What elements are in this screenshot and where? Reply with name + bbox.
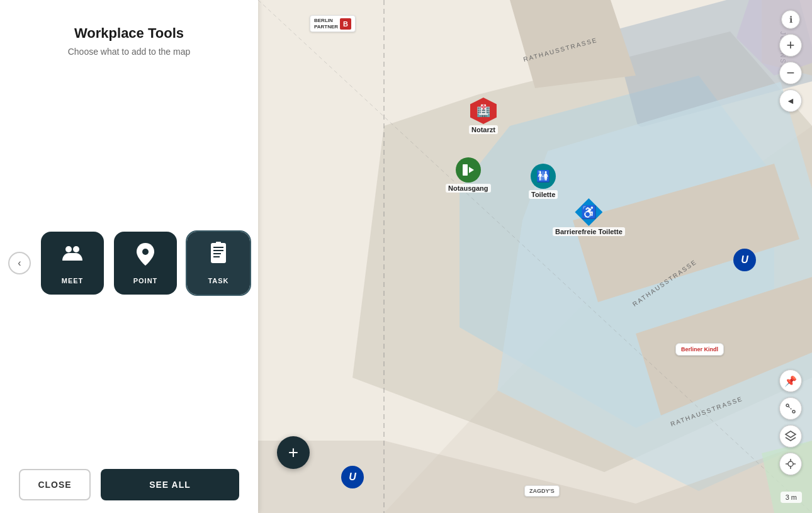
svg-point-29 (786, 404, 789, 407)
svg-rect-8 (216, 242, 221, 245)
svg-point-30 (792, 410, 795, 413)
svg-rect-7 (213, 256, 220, 257)
add-button[interactable]: + (277, 436, 310, 469)
notausgang-label: Notausgang (446, 184, 491, 193)
notarzt-icon: 🏥 (470, 98, 497, 124)
info-button[interactable]: ℹ (781, 10, 800, 29)
notausgang-icon (456, 157, 481, 183)
locate-button[interactable] (779, 453, 802, 475)
tool-meet[interactable]: MEET (41, 232, 104, 295)
panel-header: Workplace Tools Choose what to add to th… (13, 25, 245, 57)
svg-point-33 (788, 461, 793, 466)
berlin-partner-badge: BERLINPARTNER B (310, 15, 356, 32)
toilette-icon: 🚻 (531, 164, 556, 189)
point-icon (134, 242, 157, 272)
svg-rect-4 (213, 247, 223, 248)
marker-notarzt[interactable]: 🏥 Notarzt (469, 98, 498, 134)
close-button[interactable]: CLOSE (19, 469, 91, 500)
svg-point-2 (142, 249, 149, 255)
point-label: POINT (133, 277, 158, 285)
zaggys-badge: ZAGDY'S (524, 485, 560, 497)
ubahn-sign-bottom: U (341, 466, 364, 488)
tool-task[interactable]: TASK (187, 232, 250, 295)
berliner-kindl-text: Berliner Kindl (681, 346, 718, 352)
berlin-b-logo: B (340, 18, 351, 30)
svg-rect-28 (463, 164, 468, 176)
compass-button[interactable]: ◄ (779, 89, 802, 112)
notarzt-label: Notarzt (469, 125, 498, 134)
measure-button[interactable] (779, 397, 802, 420)
svg-point-1 (73, 246, 79, 252)
map-controls-bottom-right: 📌 (779, 369, 802, 475)
ubahn-sign-top: U (733, 249, 756, 271)
panel-title: Workplace Tools (13, 25, 245, 42)
nav-arrow-left[interactable]: ‹ (8, 252, 31, 274)
map-controls-top-right: ℹ + − ◄ (779, 10, 802, 112)
berlin-partner-text: BERLINPARTNER (314, 18, 338, 30)
bottom-buttons: CLOSE SEE ALL (13, 469, 245, 500)
marker-barrierefreie[interactable]: ♿ Barrierefreie Toilette (553, 198, 625, 236)
layers-button[interactable] (779, 425, 802, 448)
tool-point[interactable]: POINT (114, 232, 177, 295)
scale-text: 3 m (786, 493, 797, 501)
svg-line-31 (789, 407, 792, 410)
toilette-label: Toilette (529, 190, 558, 199)
left-panel: Workplace Tools Choose what to add to th… (0, 0, 258, 513)
barrierefreie-label: Barrierefreie Toilette (553, 227, 625, 236)
svg-rect-6 (213, 253, 221, 254)
zoom-out-button[interactable]: − (779, 62, 802, 84)
map-area[interactable]: RATHAUSSTRASSE JUDENSTR. RATHAUSSTRASSE … (258, 0, 812, 513)
tools-row: ‹ MEET POINT (13, 232, 245, 295)
zoom-in-button[interactable]: + (779, 34, 802, 57)
task-label: TASK (208, 277, 228, 285)
meet-icon (60, 242, 85, 272)
marker-toilette[interactable]: 🚻 Toilette (529, 164, 558, 199)
berliner-kindl-badge: Berliner Kindl (675, 343, 724, 356)
barrierefreie-icon: ♿ (575, 198, 602, 226)
meet-label: MEET (62, 277, 84, 285)
pin-button[interactable]: 📌 (779, 369, 802, 392)
marker-notausgang[interactable]: Notausgang (446, 157, 491, 193)
svg-rect-5 (213, 250, 223, 251)
task-icon (207, 242, 230, 272)
see-all-button[interactable]: SEE ALL (101, 469, 239, 500)
panel-subtitle: Choose what to add to the map (13, 47, 245, 57)
svg-point-0 (65, 246, 72, 252)
zaggys-text: ZAGDY'S (529, 488, 555, 494)
svg-marker-32 (786, 431, 796, 437)
scale-bar: 3 m (781, 492, 802, 503)
